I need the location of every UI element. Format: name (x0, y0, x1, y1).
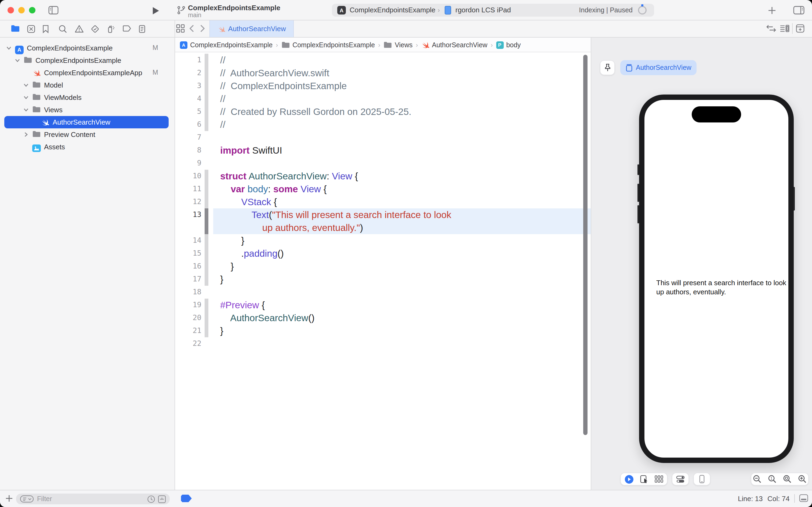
sidebar-item-views[interactable]: Views (0, 104, 175, 116)
zoom-button[interactable] (29, 7, 36, 13)
run-button[interactable] (152, 6, 160, 15)
token-pl: } (220, 261, 234, 272)
scheme-selector[interactable]: A ComplexEndpointsExample › rgordon LCS … (332, 4, 654, 17)
chevron-right-icon[interactable] (23, 132, 28, 137)
source-control-icon[interactable] (26, 25, 35, 33)
code-line[interactable]: 17} (175, 273, 591, 286)
code-line[interactable]: 19#Preview { (175, 299, 591, 312)
folder-icon (32, 81, 41, 88)
code-line[interactable]: 12 VStack { (175, 195, 591, 208)
breadcrumb-separator: › (276, 41, 278, 49)
find-icon[interactable] (59, 25, 67, 33)
project-navigator-icon[interactable] (11, 25, 20, 32)
sidebar-item-complexendpointsexampleapp[interactable]: ComplexEndpointsExampleAppM (0, 67, 175, 79)
jump-bar[interactable]: AComplexEndpointsExample›ComplexEndpoint… (175, 38, 591, 52)
editor-tab[interactable]: AuthorSearchView (210, 20, 294, 37)
sidebar-item-complexendpointsexample[interactable]: ComplexEndpointsExample (0, 54, 175, 67)
breadcrumb-item[interactable]: AuthorSearchView (432, 41, 487, 49)
breadcrumb-item[interactable]: Views (395, 41, 412, 49)
scheme-device-label[interactable]: rgordon LCS iPad (455, 6, 511, 14)
related-items-icon[interactable] (176, 24, 185, 33)
editor-tab-label[interactable]: AuthorSearchView (228, 25, 286, 33)
editor-options-icon[interactable] (780, 24, 790, 33)
code-line[interactable]: 10struct AuthorSearchView: View { (175, 170, 591, 183)
chevron-down-icon[interactable] (23, 95, 28, 100)
inspector-toggle-icon[interactable] (793, 6, 805, 14)
token-pl: { (271, 196, 277, 207)
code-line[interactable]: 5// Created by Russell Gordon on 2025-05… (175, 105, 591, 118)
code-line[interactable]: 1// (175, 54, 591, 67)
code-text: // Created by Russell Gordon on 2025-05-… (220, 105, 411, 118)
sidebar-item-model[interactable]: Model (0, 79, 175, 91)
pin-preview-button[interactable] (600, 60, 615, 75)
code-line[interactable]: 6// (175, 118, 591, 131)
code-line[interactable]: 3// ComplexEndpointsExample (175, 79, 591, 92)
code-line[interactable]: 2// AuthorSearchView.swift (175, 67, 591, 79)
breakpoints-icon[interactable] (122, 25, 131, 32)
code-line[interactable]: 8import SwiftUI (175, 144, 591, 157)
reports-icon[interactable] (138, 25, 145, 33)
code-line[interactable]: 22 (175, 337, 591, 350)
chevron-down-icon[interactable] (23, 107, 28, 112)
code-line[interactable]: 9 (175, 157, 591, 170)
preview-device-button[interactable] (693, 472, 710, 486)
breadcrumb-item[interactable]: ComplexEndpointsExample (292, 41, 375, 49)
zoom-controls: 1 (751, 472, 809, 486)
chevron-down-icon[interactable] (23, 83, 28, 88)
new-tab-icon[interactable] (768, 6, 776, 14)
code-review-icon[interactable] (766, 25, 776, 32)
sidebar-item-complexendpointsexample[interactable]: AComplexEndpointsExampleM (0, 42, 175, 54)
debug-icon[interactable] (106, 25, 115, 33)
editor-bottom-bar-toggle-icon[interactable] (799, 494, 808, 502)
line-number: 6 (175, 120, 201, 128)
scheme-project-label[interactable]: ComplexEndpointsExample (350, 6, 435, 14)
zoom-actual-size-icon[interactable]: 1 (768, 475, 776, 484)
editor-scrollbar[interactable] (583, 55, 587, 435)
bookmarks-icon[interactable] (43, 25, 49, 33)
tests-icon[interactable] (91, 25, 99, 33)
back-icon[interactable] (189, 24, 194, 33)
code-line[interactable]: 4// (175, 92, 591, 105)
code-line[interactable]: 15 .padding() (175, 247, 591, 260)
scm-filter-icon[interactable] (158, 495, 166, 503)
zoom-out-icon[interactable] (753, 475, 761, 484)
add-editor-icon[interactable] (796, 24, 805, 33)
code-line[interactable]: 7 (175, 131, 591, 144)
chevron-down-icon[interactable] (6, 46, 11, 51)
code-line[interactable]: 14 } (175, 234, 591, 247)
code-line[interactable]: up authors, eventually.") (175, 221, 591, 234)
live-preview-icon[interactable] (625, 474, 634, 484)
recent-files-icon[interactable] (147, 495, 155, 503)
sidebar-item-viewmodels[interactable]: ViewModels (0, 91, 175, 104)
breakpoint-indicator[interactable] (181, 495, 192, 502)
code-line[interactable]: 20 AuthorSearchView() (175, 312, 591, 324)
preview-target-label[interactable]: AuthorSearchView (636, 64, 691, 71)
variants-mode-icon[interactable] (655, 475, 663, 483)
zoom-in-icon[interactable] (798, 475, 807, 484)
sidebar-item-authorsearchview[interactable]: AuthorSearchView (0, 116, 175, 128)
code-line[interactable]: 11 var body: some View { (175, 183, 591, 195)
breadcrumb-item[interactable]: body (506, 41, 521, 49)
selectable-mode-icon[interactable] (640, 475, 648, 484)
issues-icon[interactable] (75, 25, 84, 33)
code-line[interactable]: 16 } (175, 260, 591, 273)
chevron-down-icon[interactable] (15, 58, 20, 63)
minimize-button[interactable] (18, 7, 25, 13)
window-title: ComplexEndpointsExample (188, 4, 280, 12)
code-line[interactable]: 13 Text("This will present a search inte… (175, 208, 591, 221)
close-button[interactable] (7, 7, 14, 13)
code-line[interactable]: 21} (175, 324, 591, 337)
breadcrumb-item[interactable]: ComplexEndpointsExample (190, 41, 273, 49)
code-line[interactable]: 18 (175, 286, 591, 299)
forward-icon[interactable] (200, 24, 205, 33)
device-preview[interactable]: This will present a search interface to … (639, 95, 794, 463)
preview-target-pill[interactable]: AuthorSearchView (620, 60, 697, 75)
sidebar-toggle-icon[interactable] (48, 6, 59, 14)
device-settings-button[interactable] (672, 472, 689, 486)
zoom-to-fit-icon[interactable] (783, 475, 792, 484)
filter-menu-icon[interactable] (20, 495, 34, 503)
sidebar-item-assets[interactable]: Assets (0, 141, 175, 153)
filter-field[interactable]: Filter (16, 494, 170, 504)
add-file-icon[interactable] (5, 495, 13, 502)
sidebar-item-preview-content[interactable]: Preview Content (0, 128, 175, 141)
